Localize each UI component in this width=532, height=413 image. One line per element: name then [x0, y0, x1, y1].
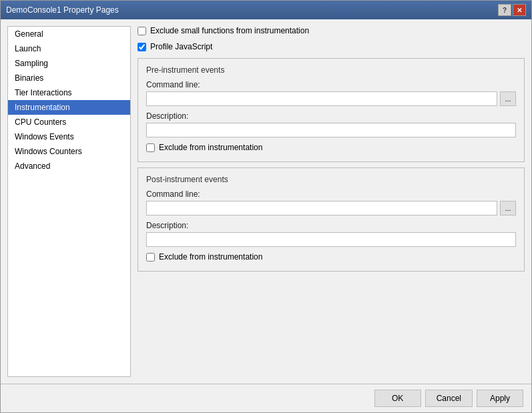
title-bar-buttons: ? ✕	[498, 4, 526, 16]
profile-javascript-row: Profile JavaScript	[138, 42, 525, 51]
post-command-line-row: ...	[146, 201, 516, 216]
sidebar-item-tier-interactions[interactable]: Tier Interactions	[8, 85, 130, 100]
title-bar: DemoConsole1 Property Pages ? ✕	[1, 1, 531, 19]
post-command-line-browse-button[interactable]: ...	[500, 201, 516, 216]
pre-command-line-row: ...	[146, 91, 516, 106]
profile-javascript-label: Profile JavaScript	[150, 42, 212, 51]
exclude-small-functions-row: Exclude small functions from instrumenta…	[138, 26, 525, 35]
post-description-input[interactable]	[146, 232, 516, 247]
sidebar-item-advanced[interactable]: Advanced	[8, 159, 130, 173]
cancel-button[interactable]: Cancel	[425, 390, 473, 407]
sidebar: General Launch Sampling Binaries Tier In…	[7, 26, 131, 377]
post-command-line-input[interactable]	[146, 201, 497, 216]
post-instrument-title: Post-instrument events	[146, 175, 516, 184]
exclude-small-functions-checkbox[interactable]	[138, 27, 146, 35]
exclude-small-functions-label: Exclude small functions from instrumenta…	[150, 26, 309, 35]
apply-button[interactable]: Apply	[477, 390, 523, 407]
dialog-window: DemoConsole1 Property Pages ? ✕ General …	[0, 0, 532, 413]
pre-command-line-label: Command line:	[146, 80, 516, 89]
sidebar-item-windows-counters[interactable]: Windows Counters	[8, 144, 130, 159]
ok-button[interactable]: OK	[374, 390, 421, 407]
sidebar-item-windows-events[interactable]: Windows Events	[8, 129, 130, 144]
pre-command-line-input[interactable]	[146, 91, 497, 106]
pre-exclude-label: Exclude from instrumentation	[159, 143, 262, 152]
dialog-title: DemoConsole1 Property Pages	[6, 5, 119, 15]
profile-javascript-checkbox[interactable]	[138, 43, 146, 51]
pre-exclude-row: Exclude from instrumentation	[146, 143, 516, 152]
post-exclude-row: Exclude from instrumentation	[146, 252, 516, 262]
close-button[interactable]: ✕	[513, 4, 526, 16]
sidebar-item-cpu-counters[interactable]: CPU Counters	[8, 115, 130, 129]
pre-instrument-section: Pre-instrument events Command line: ... …	[138, 58, 525, 162]
sidebar-item-sampling[interactable]: Sampling	[8, 56, 130, 71]
sidebar-item-general[interactable]: General	[8, 27, 130, 41]
pre-description-input[interactable]	[146, 123, 516, 137]
pre-command-line-browse-button[interactable]: ...	[500, 91, 516, 106]
bottom-bar: OK Cancel Apply	[1, 384, 531, 412]
pre-instrument-title: Pre-instrument events	[146, 65, 516, 75]
dialog-content: General Launch Sampling Binaries Tier In…	[1, 19, 531, 384]
post-exclude-checkbox[interactable]	[146, 253, 155, 262]
pre-description-label: Description:	[146, 111, 516, 121]
sidebar-item-launch[interactable]: Launch	[8, 41, 130, 56]
post-command-line-label: Command line:	[146, 189, 516, 199]
sidebar-item-binaries[interactable]: Binaries	[8, 71, 130, 85]
main-panel: Exclude small functions from instrumenta…	[138, 26, 525, 377]
sidebar-item-instrumentation[interactable]: Instrumentation	[8, 100, 130, 115]
help-button[interactable]: ?	[498, 4, 511, 16]
post-instrument-section: Post-instrument events Command line: ...…	[138, 167, 525, 272]
post-description-label: Description:	[146, 221, 516, 230]
post-exclude-label: Exclude from instrumentation	[159, 252, 262, 262]
pre-exclude-checkbox[interactable]	[146, 143, 155, 152]
